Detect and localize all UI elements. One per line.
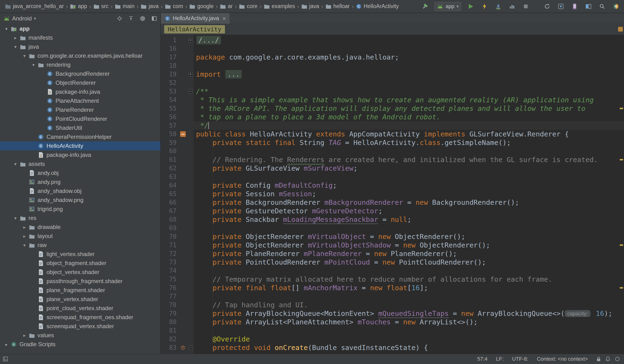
- chevron-down-icon[interactable]: ▾: [34, 16, 36, 21]
- code-line[interactable]: private ObjectRenderer mVirtualObjectSha…: [194, 241, 624, 249]
- assistant-button[interactable]: [612, 2, 620, 11]
- chevron-expanded-icon[interactable]: ▾: [12, 44, 19, 50]
- breadcrumb-com[interactable]: com: [164, 3, 184, 10]
- code-line[interactable]: [194, 224, 624, 232]
- chevron-expanded-icon[interactable]: ▾: [12, 161, 19, 167]
- breadcrumb-java[interactable]: java: [300, 3, 320, 10]
- code-line[interactable]: [194, 292, 624, 301]
- notifications-icon[interactable]: [605, 356, 610, 362]
- code-line[interactable]: // Rendering. The Renderers are created …: [194, 156, 624, 164]
- editor-tab[interactable]: C HelloArActivity.java ×: [161, 13, 230, 24]
- avd-manager-button[interactable]: [570, 2, 579, 11]
- tree-item-planerenderer[interactable]: CPlaneRenderer: [0, 105, 160, 114]
- code-line[interactable]: private PlaneRenderer mPlaneRenderer = n…: [194, 249, 624, 258]
- status-item-3[interactable]: Context: <no context>: [537, 356, 588, 362]
- warning-stripe-mark[interactable]: [620, 159, 623, 160]
- sdk-manager-button[interactable]: [557, 2, 565, 11]
- tree-item-helloaractivity[interactable]: CHelloArActivity: [0, 141, 160, 151]
- tree-item-layout[interactable]: ▸layout: [0, 232, 160, 241]
- run-configuration-selector[interactable]: app▾: [434, 2, 461, 11]
- warning-stripe-mark[interactable]: [620, 244, 623, 246]
- code-line[interactable]: private Config mDefaultConfig;: [194, 181, 624, 190]
- tree-item-backgroundrenderer[interactable]: CBackgroundRenderer: [0, 69, 160, 78]
- tree-item-drawable[interactable]: ▸drawable: [0, 223, 160, 232]
- breadcrumb-helloaractivity[interactable]: CHelloArActivity: [355, 3, 400, 10]
- sync-button[interactable]: [543, 2, 551, 11]
- android-component-icon[interactable]: <>: [180, 131, 186, 137]
- tree-item-gradle-scripts[interactable]: ▸GGradle Scripts: [0, 340, 160, 349]
- code-line[interactable]: /.../: [194, 36, 624, 44]
- code-line[interactable]: private GLSurfaceView mSurfaceView;: [194, 164, 624, 173]
- code-editor[interactable]: /.../package com.google.ar.core.examples…: [194, 35, 624, 354]
- code-line[interactable]: * tap on a plane to place a 3d model of …: [194, 113, 624, 121]
- status-item-0[interactable]: 57:4: [477, 356, 488, 362]
- breadcrumb-current-element[interactable]: HelloArActivity: [164, 25, 225, 33]
- code-line[interactable]: [194, 326, 624, 335]
- overriding-method-icon[interactable]: [181, 345, 185, 350]
- tree-item-andy-shadow-obj[interactable]: andy_shadow.obj: [0, 186, 160, 196]
- chevron-collapsed-icon[interactable]: ▸: [21, 234, 28, 239]
- tree-item-camerapermissionhelper[interactable]: CCameraPermissionHelper: [0, 132, 160, 141]
- tree-item-screenquad-fragment-oes-shader[interactable]: screenquad_fragment_oes.shader: [0, 313, 160, 322]
- project-view-selector[interactable]: Android: [12, 15, 32, 22]
- tree-item-andy-obj[interactable]: andy.obj: [0, 168, 160, 178]
- code-line[interactable]: @Override: [194, 335, 624, 343]
- tree-item-light-vertex-shader[interactable]: light_vertex.shader: [0, 250, 160, 259]
- code-line[interactable]: /**: [194, 87, 624, 96]
- breadcrumb-main[interactable]: main: [114, 3, 136, 10]
- code-line[interactable]: private BackgroundRenderer mBackgroundRe…: [194, 198, 624, 207]
- breadcrumb-helloar[interactable]: helloar: [324, 3, 351, 10]
- breadcrumb-examples[interactable]: examples: [263, 3, 296, 10]
- build-hammer-button[interactable]: [421, 2, 429, 11]
- tree-item-package-info-java[interactable]: Jpackage-info.java: [0, 151, 160, 159]
- chevron-expanded-icon[interactable]: ▾: [21, 242, 28, 248]
- fold-plus-icon[interactable]: +: [188, 38, 193, 43]
- status-item-2[interactable]: UTF-8:: [512, 356, 528, 362]
- tree-item-andy-png[interactable]: andy.png: [0, 178, 160, 186]
- layout-inspector-button[interactable]: [584, 2, 593, 11]
- breadcrumb-ar[interactable]: ar: [219, 3, 234, 10]
- code-line[interactable]: private ObjectRenderer mVirtualObject = …: [194, 232, 624, 241]
- fold-minus-icon[interactable]: −: [188, 89, 193, 94]
- breadcrumb-java[interactable]: java: [139, 3, 160, 10]
- tree-item-point-cloud-vertex-shader[interactable]: point_cloud_vertex.shader: [0, 304, 160, 313]
- profiler-button[interactable]: [508, 2, 516, 11]
- tree-item-pointcloudrenderer[interactable]: CPointCloudRenderer: [0, 114, 160, 123]
- chevron-collapsed-icon[interactable]: ▸: [3, 342, 10, 347]
- hide-panel-icon[interactable]: [151, 16, 157, 21]
- tree-item-objectrenderer[interactable]: CObjectRenderer: [0, 78, 160, 87]
- code-line[interactable]: private ArrayList<PlaneAttachment> mTouc…: [194, 318, 624, 326]
- settings-gear-icon[interactable]: [139, 15, 146, 22]
- chevron-collapsed-icon[interactable]: ▸: [12, 35, 19, 41]
- collapse-all-icon[interactable]: [128, 16, 134, 21]
- tree-item-package-info-java[interactable]: Jpackage-info.java: [0, 87, 160, 96]
- apply-changes-button[interactable]: [480, 2, 489, 11]
- code-line[interactable]: public class HelloArActivity extends App…: [194, 130, 624, 138]
- code-line[interactable]: * This is a simple example that shows ho…: [194, 96, 624, 104]
- tree-item-rendering[interactable]: ▾rendering: [0, 60, 160, 69]
- tree-item-andy-shadow-png[interactable]: andy_shadow.png: [0, 196, 160, 205]
- tree-item-shaderutil[interactable]: CShaderUtil: [0, 123, 160, 132]
- code-line[interactable]: */: [194, 121, 624, 130]
- code-line[interactable]: private Snackbar mLoadingMessageSnackbar…: [194, 215, 624, 224]
- code-line[interactable]: [194, 266, 624, 275]
- code-line[interactable]: protected void onCreate(Bundle savedInst…: [194, 343, 624, 352]
- code-line[interactable]: [194, 78, 624, 87]
- breadcrumb-app[interactable]: app: [69, 3, 88, 10]
- code-line[interactable]: private final float[] mAnchorMatrix = ne…: [194, 284, 624, 292]
- code-line[interactable]: import ...: [194, 70, 624, 78]
- close-icon[interactable]: ×: [222, 15, 226, 22]
- attach-debugger-button[interactable]: [494, 2, 502, 11]
- tree-item-values[interactable]: ▸values: [0, 331, 160, 340]
- toolwindow-toggle-icon[interactable]: [3, 356, 8, 362]
- tree-item-screenquad-vertex-shader[interactable]: screenquad_vertex.shader: [0, 322, 160, 331]
- tree-item-trigrid-png[interactable]: trigrid.png: [0, 205, 160, 213]
- warning-stripe-mark[interactable]: [620, 287, 623, 288]
- tree-item-plane-vertex-shader[interactable]: plane_vertex.shader: [0, 295, 160, 304]
- memory-indicator-icon[interactable]: [615, 357, 620, 361]
- code-line[interactable]: * the ARCore API. The application will d…: [194, 104, 624, 113]
- warning-stripe-mark[interactable]: [620, 108, 623, 109]
- code-line[interactable]: // Temporary matrix allocated here to re…: [194, 275, 624, 284]
- inspections-indicator[interactable]: [618, 27, 623, 31]
- tree-item-raw[interactable]: ▾raw: [0, 241, 160, 250]
